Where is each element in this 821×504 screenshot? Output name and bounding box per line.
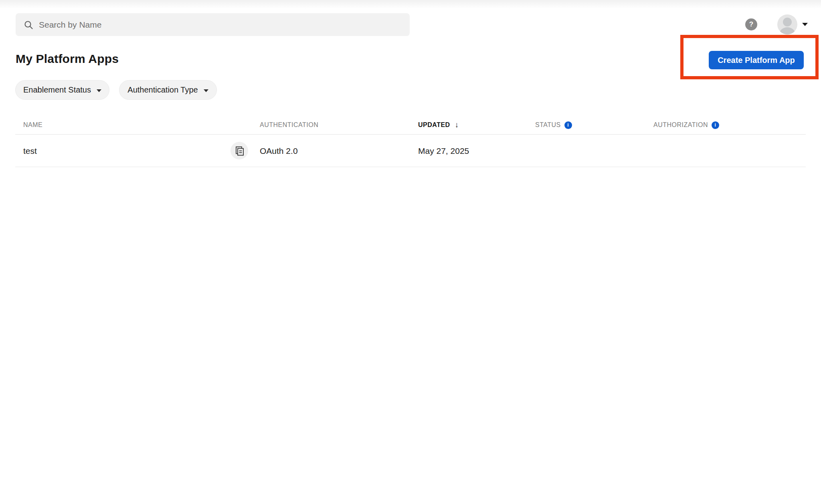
page-title: My Platform Apps [16, 52, 119, 66]
copy-icon [235, 146, 245, 156]
updated-cell: May 27, 2025 [418, 135, 469, 167]
account-menu-caret[interactable] [802, 23, 808, 26]
create-platform-app-button[interactable]: Create Platform App [709, 51, 804, 69]
column-header-updated[interactable]: UPDATED ↓ [418, 115, 459, 135]
apps-table: NAME AUTHENTICATION UPDATED ↓ STATUS i A… [15, 115, 806, 167]
avatar[interactable] [777, 14, 797, 34]
copy-app-info-button[interactable] [231, 142, 248, 159]
column-header-status: STATUS i [535, 115, 572, 135]
filter-label: Authentication Type [127, 85, 198, 95]
column-header-authentication: AUTHENTICATION [260, 115, 318, 135]
authentication-cell: OAuth 2.0 [260, 135, 298, 167]
search-icon [24, 20, 33, 30]
chevron-down-icon [204, 89, 208, 92]
column-header-authorization: AUTHORIZATION i [653, 115, 719, 135]
filter-label: Enablement Status [23, 85, 91, 95]
table-header-row: NAME AUTHENTICATION UPDATED ↓ STATUS i A… [15, 115, 806, 135]
filter-authentication-type[interactable]: Authentication Type [119, 80, 217, 100]
sort-descending-icon: ↓ [455, 121, 459, 129]
top-edge-shadow [0, 0, 821, 9]
chevron-down-icon [97, 89, 101, 92]
help-button[interactable]: ? [745, 18, 757, 30]
app-name-cell[interactable]: test [23, 135, 37, 167]
avatar-body-shape [780, 27, 795, 34]
column-header-name: NAME [23, 115, 42, 135]
info-icon[interactable]: i [712, 121, 719, 129]
platform-apps-page: ? My Platform Apps Create Platform App E… [0, 0, 821, 504]
chevron-down-icon [802, 23, 808, 26]
question-mark-icon: ? [749, 20, 753, 28]
search-bar[interactable] [16, 13, 410, 36]
search-input[interactable] [39, 20, 402, 30]
table-row[interactable]: test OAuth 2.0 May 27, 2025 [15, 135, 806, 167]
filter-enablement-status[interactable]: Enablement Status [15, 80, 109, 100]
avatar-head-shape [783, 18, 792, 26]
info-icon[interactable]: i [564, 121, 572, 129]
